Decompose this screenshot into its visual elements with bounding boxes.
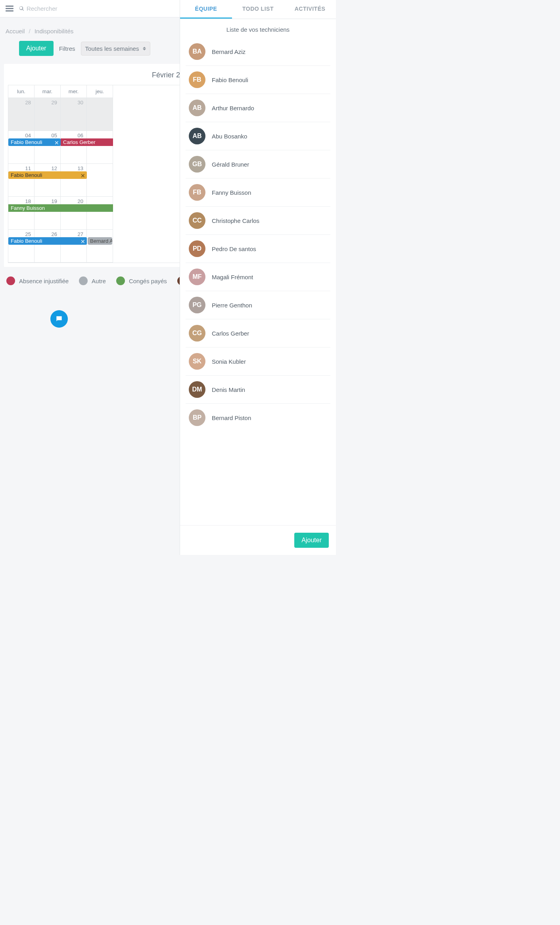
calendar-cell[interactable]: 20 xyxy=(61,197,87,230)
calendar-cell[interactable]: 28 xyxy=(8,98,35,131)
calendar-cell[interactable]: 04 xyxy=(8,131,35,164)
avatar: GB xyxy=(189,156,205,173)
calendar-event[interactable]: Fanny Buisson xyxy=(8,204,113,212)
legend-item: Absence injustifiée xyxy=(6,276,69,285)
avatar: FB xyxy=(189,184,205,201)
technician-item[interactable]: MFMagali Frémont xyxy=(186,263,330,291)
close-icon[interactable]: ✕ xyxy=(81,238,85,245)
calendar-event[interactable]: Fabio Benouli✕ xyxy=(8,237,87,245)
technician-name: Abu Bosanko xyxy=(212,133,247,140)
technician-name: Christophe Carlos xyxy=(212,217,259,224)
add-button[interactable]: Ajouter xyxy=(19,41,54,56)
avatar: CG xyxy=(189,325,205,342)
technician-name: Bernard Aziz xyxy=(212,48,245,55)
calendar-event-label: Fabio Benouli xyxy=(11,139,42,145)
calendar-cell[interactable]: 11 xyxy=(8,164,35,197)
calendar-day-header: jeu. xyxy=(87,85,113,98)
calendar-cell[interactable] xyxy=(87,131,113,164)
calendar-event[interactable]: Bernard Aziz xyxy=(88,237,112,245)
legend-label: Absence injustifiée xyxy=(19,278,69,284)
calendar-date: 20 xyxy=(78,198,83,204)
side-panel: ÉquipeTodo ListActivités Liste de vos te… xyxy=(180,0,336,555)
calendar-cell[interactable] xyxy=(87,98,113,131)
side-tab[interactable]: Équipe xyxy=(180,0,232,19)
calendar-cell[interactable]: 05 xyxy=(35,131,61,164)
calendar-event[interactable]: Carlos Gerber xyxy=(61,138,113,146)
calendar-cell[interactable] xyxy=(87,197,113,230)
breadcrumb-home[interactable]: Accueil xyxy=(6,28,25,35)
calendar-date: 11 xyxy=(25,165,31,171)
technician-name: Fanny Buisson xyxy=(212,189,251,196)
week-filter-value: Toutes les semaines xyxy=(85,45,139,52)
search-input[interactable] xyxy=(27,5,102,12)
calendar-cell[interactable]: 27 xyxy=(61,230,87,263)
calendar-cell[interactable] xyxy=(87,230,113,263)
side-tab[interactable]: Activités xyxy=(284,0,336,19)
breadcrumb-current: Indisponibilités xyxy=(35,28,73,35)
calendar-date: 30 xyxy=(78,100,83,106)
side-add-button[interactable]: Ajouter xyxy=(294,533,329,548)
legend-item: Autre xyxy=(79,276,106,285)
chat-icon xyxy=(55,315,63,323)
avatar: FB xyxy=(189,71,205,88)
calendar-cell[interactable]: 30 xyxy=(61,98,87,131)
close-icon[interactable]: ✕ xyxy=(54,139,59,146)
calendar-event-label: Fabio Benouli xyxy=(11,172,42,178)
avatar: MF xyxy=(189,269,205,285)
filters-label: Filtres xyxy=(59,45,75,52)
technician-item[interactable]: GBGérald Bruner xyxy=(186,150,330,178)
technician-item[interactable]: PDPedro De santos xyxy=(186,234,330,263)
calendar-date: 27 xyxy=(78,231,83,237)
calendar-cell[interactable]: 25 xyxy=(8,230,35,263)
technician-item[interactable]: ABArthur Bernardo xyxy=(186,94,330,122)
technician-item[interactable]: BABernard Aziz xyxy=(186,38,330,65)
calendar-event[interactable]: Fabio Benouli✕ xyxy=(8,171,87,179)
technician-name: Carlos Gerber xyxy=(212,330,249,337)
breadcrumb-sep: / xyxy=(27,28,33,35)
avatar: BA xyxy=(189,43,205,60)
calendar-cell[interactable]: 19 xyxy=(35,197,61,230)
technician-item[interactable]: PGPierre Genthon xyxy=(186,291,330,319)
avatar: PD xyxy=(189,240,205,257)
avatar: CC xyxy=(189,212,205,229)
calendar-cell[interactable]: 13 xyxy=(61,164,87,197)
avatar: DM xyxy=(189,381,205,398)
calendar-event-label: Bernard Aziz xyxy=(90,238,112,244)
calendar-event[interactable]: Fabio Benouli✕ xyxy=(8,138,61,146)
technician-item[interactable]: BPBernard Piston xyxy=(186,403,330,432)
calendar-cell[interactable]: 26 xyxy=(35,230,61,263)
chat-fab-button[interactable] xyxy=(50,310,68,328)
calendar-date: 12 xyxy=(52,165,57,171)
calendar-cell[interactable] xyxy=(87,164,113,197)
calendar-event-label: Fanny Buisson xyxy=(11,205,45,211)
close-icon[interactable]: ✕ xyxy=(81,172,85,179)
search-icon xyxy=(19,6,24,11)
calendar-date: 25 xyxy=(25,231,31,237)
legend-label: Congés payés xyxy=(129,278,167,284)
technician-name: Bernard Piston xyxy=(212,415,251,421)
calendar-cell[interactable]: 29 xyxy=(35,98,61,131)
technician-item[interactable]: ABAbu Bosanko xyxy=(186,122,330,150)
calendar-date: 19 xyxy=(52,198,57,204)
legend-swatch xyxy=(116,276,125,285)
calendar-date: 18 xyxy=(25,198,31,204)
calendar-date: 04 xyxy=(25,132,31,138)
technician-item[interactable]: FBFanny Buisson xyxy=(186,178,330,206)
week-filter-select[interactable]: Toutes les semaines xyxy=(81,42,150,56)
technician-item[interactable]: CGCarlos Gerber xyxy=(186,319,330,347)
avatar: AB xyxy=(189,100,205,116)
technician-item[interactable]: DMDenis Martin xyxy=(186,375,330,403)
technician-item[interactable]: SKSonia Kubler xyxy=(186,347,330,375)
calendar-date: 26 xyxy=(52,231,57,237)
avatar: AB xyxy=(189,128,205,144)
calendar-cell[interactable]: 06 xyxy=(61,131,87,164)
technician-name: Pedro De santos xyxy=(212,246,256,252)
calendar-cell[interactable]: 12 xyxy=(35,164,61,197)
technician-item[interactable]: FBFabio Benouli xyxy=(186,65,330,94)
calendar-cell[interactable]: 18 xyxy=(8,197,35,230)
side-tab[interactable]: Todo List xyxy=(232,0,284,19)
technician-item[interactable]: CCChristophe Carlos xyxy=(186,206,330,234)
technician-name: Denis Martin xyxy=(212,386,245,393)
calendar-date: 05 xyxy=(52,132,57,138)
hamburger-menu-icon[interactable] xyxy=(6,6,13,12)
